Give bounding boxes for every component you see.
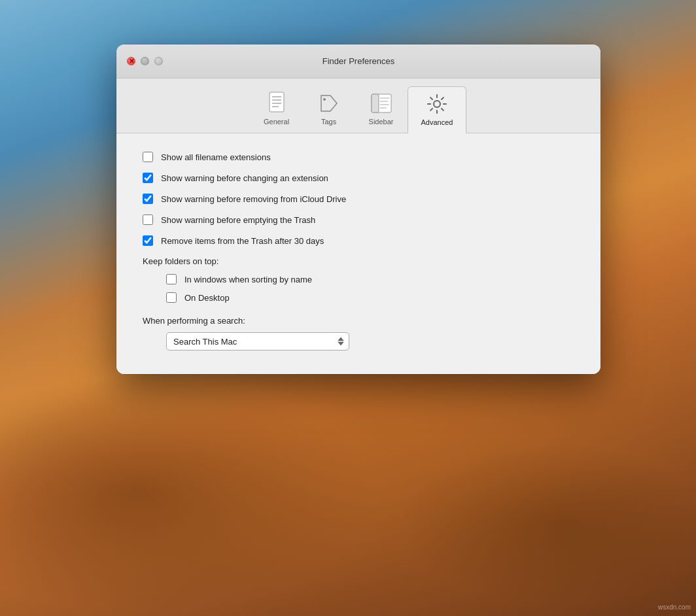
tab-tags[interactable]: Tags bbox=[303, 86, 355, 133]
dropdown-container: Search This Mac Search the Current Folde… bbox=[166, 332, 349, 351]
advanced-icon bbox=[425, 92, 449, 116]
tab-general[interactable]: General bbox=[251, 86, 303, 133]
svg-point-12 bbox=[434, 101, 440, 107]
checkbox-on-desktop[interactable] bbox=[166, 292, 177, 303]
search-section-label: When performing a search: bbox=[143, 316, 574, 326]
checkbox-warn-trash-label[interactable]: Show warning before emptying the Trash bbox=[161, 215, 315, 225]
search-section: When performing a search: Search This Ma… bbox=[143, 316, 574, 351]
window-title: Finder Preferences bbox=[322, 56, 395, 66]
checkbox-row-warn-icloud: Show warning before removing from iCloud… bbox=[143, 194, 574, 204]
close-button[interactable]: ✕ bbox=[127, 57, 135, 65]
checkbox-row-on-desktop: On Desktop bbox=[166, 292, 574, 303]
svg-line-19 bbox=[442, 97, 444, 99]
checkbox-remove-trash-label[interactable]: Remove items from the Trash after 30 day… bbox=[161, 236, 324, 246]
content-area: Show all filename extensions Show warnin… bbox=[116, 133, 600, 374]
checkbox-remove-trash[interactable] bbox=[143, 235, 153, 246]
checkbox-show-extensions[interactable] bbox=[143, 152, 153, 162]
tab-advanced[interactable]: Advanced bbox=[408, 86, 467, 133]
sub-checkboxes: In windows when sorting by name On Deskt… bbox=[166, 274, 574, 303]
folders-on-top-label: Keep folders on top: bbox=[143, 256, 574, 266]
checkbox-row-extensions: Show all filename extensions bbox=[143, 152, 574, 162]
checkbox-show-extensions-label[interactable]: Show all filename extensions bbox=[161, 152, 271, 162]
title-bar: ✕ Finder Preferences bbox=[116, 44, 600, 78]
checkbox-sort-by-name-label[interactable]: In windows when sorting by name bbox=[184, 275, 312, 284]
svg-rect-0 bbox=[270, 92, 284, 112]
checkbox-row-warn-extension: Show warning before changing an extensio… bbox=[143, 173, 574, 183]
tags-icon bbox=[317, 92, 341, 115]
minimize-button[interactable] bbox=[141, 57, 149, 65]
svg-line-20 bbox=[430, 109, 432, 111]
tab-general-label: General bbox=[264, 118, 289, 126]
checkbox-warn-trash[interactable] bbox=[143, 214, 153, 225]
svg-line-17 bbox=[430, 97, 432, 99]
checkbox-row-remove-trash: Remove items from the Trash after 30 day… bbox=[143, 235, 574, 246]
window-controls: ✕ bbox=[127, 57, 163, 65]
search-dropdown-wrapper: Search This Mac Search the Current Folde… bbox=[166, 332, 574, 351]
tab-tags-label: Tags bbox=[321, 118, 336, 126]
tab-sidebar[interactable]: Sidebar bbox=[355, 86, 408, 133]
checkbox-sort-by-name[interactable] bbox=[166, 274, 177, 284]
svg-line-18 bbox=[442, 109, 444, 111]
maximize-button[interactable] bbox=[154, 57, 163, 65]
watermark: wsxdn.com bbox=[658, 604, 691, 611]
close-icon: ✕ bbox=[129, 58, 134, 65]
svg-point-5 bbox=[323, 98, 326, 101]
checkbox-warn-extension[interactable] bbox=[143, 173, 153, 183]
tab-advanced-label: Advanced bbox=[421, 118, 453, 126]
checkbox-warn-extension-label[interactable]: Show warning before changing an extensio… bbox=[161, 173, 328, 183]
tab-bar: General Tags bbox=[116, 78, 600, 133]
checkbox-row-sort-by-name: In windows when sorting by name bbox=[166, 274, 574, 284]
checkbox-warn-icloud[interactable] bbox=[143, 194, 153, 204]
svg-rect-7 bbox=[372, 94, 379, 112]
general-icon bbox=[265, 92, 288, 115]
checkbox-row-warn-trash: Show warning before emptying the Trash bbox=[143, 214, 574, 225]
tab-sidebar-label: Sidebar bbox=[369, 118, 394, 126]
sidebar-icon bbox=[370, 92, 393, 115]
checkbox-warn-icloud-label[interactable]: Show warning before removing from iCloud… bbox=[161, 194, 346, 204]
finder-preferences-window: ✕ Finder Preferences General bbox=[116, 44, 600, 374]
search-dropdown[interactable]: Search This Mac Search the Current Folde… bbox=[166, 332, 349, 351]
folders-on-top-section: Keep folders on top: In windows when sor… bbox=[143, 256, 574, 303]
checkbox-on-desktop-label[interactable]: On Desktop bbox=[184, 293, 230, 303]
